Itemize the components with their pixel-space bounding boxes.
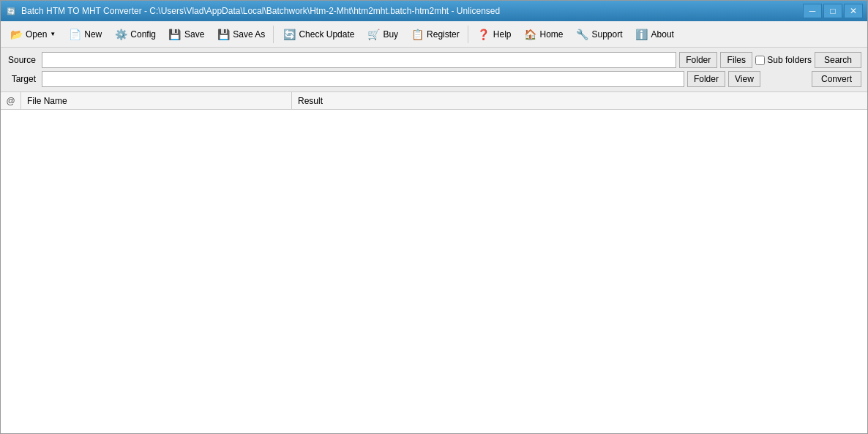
config-icon: ⚙️ bbox=[113, 27, 128, 42]
table-body bbox=[1, 110, 867, 433]
toolbar-separator-2 bbox=[468, 26, 468, 43]
maximize-button[interactable]: □ bbox=[823, 4, 842, 18]
saveas-icon: 💾 bbox=[216, 27, 231, 42]
new-icon: 📄 bbox=[67, 27, 82, 42]
register-button[interactable]: 📋 Register bbox=[405, 24, 465, 45]
convert-button[interactable]: Convert bbox=[812, 71, 861, 87]
col-icon-header: @ bbox=[1, 92, 21, 109]
open-dropdown-arrow: ▼ bbox=[50, 31, 56, 37]
subfolders-label: Sub folders bbox=[755, 55, 812, 65]
toolbar: 📂 Open ▼ 📄 New ⚙️ Config 💾 Save 💾 Save A… bbox=[1, 21, 867, 48]
home-label: Home bbox=[539, 29, 563, 40]
window-title: Batch HTM TO MHT Converter - C:\Users\Vl… bbox=[21, 6, 803, 16]
source-folder-button[interactable]: Folder bbox=[679, 52, 717, 68]
subfolders-checkbox[interactable] bbox=[755, 56, 765, 65]
open-button[interactable]: 📂 Open ▼ bbox=[4, 24, 61, 45]
home-button[interactable]: 🏠 Home bbox=[517, 24, 568, 45]
help-label: Help bbox=[493, 29, 512, 40]
register-label: Register bbox=[427, 29, 460, 40]
config-label: Config bbox=[130, 29, 156, 40]
buy-icon: 🛒 bbox=[366, 27, 381, 42]
about-label: About bbox=[651, 29, 674, 40]
source-input[interactable] bbox=[42, 52, 676, 68]
window-controls: ─ □ ✕ bbox=[803, 4, 863, 18]
support-icon: 🔧 bbox=[575, 27, 590, 42]
saveas-button[interactable]: 💾 Save As bbox=[211, 24, 270, 45]
checkupdate-label: Check Update bbox=[299, 29, 354, 40]
save-button[interactable]: 💾 Save bbox=[162, 24, 209, 45]
config-button[interactable]: ⚙️ Config bbox=[108, 24, 161, 45]
main-window: 🔄 Batch HTM TO MHT Converter - C:\Users\… bbox=[0, 0, 868, 434]
target-folder-button[interactable]: Folder bbox=[687, 71, 725, 87]
help-icon: ❓ bbox=[476, 27, 491, 42]
table-header: @ File Name Result bbox=[1, 92, 867, 110]
title-bar: 🔄 Batch HTM TO MHT Converter - C:\Users\… bbox=[1, 1, 867, 21]
help-button[interactable]: ❓ Help bbox=[471, 24, 517, 45]
support-label: Support bbox=[592, 29, 623, 40]
source-row: Source Folder Files Sub folders Search bbox=[7, 52, 861, 68]
save-icon: 💾 bbox=[168, 27, 182, 42]
checkupdate-icon: 🔄 bbox=[282, 27, 296, 42]
toolbar-separator-1 bbox=[273, 26, 274, 43]
target-input[interactable] bbox=[42, 71, 684, 87]
open-icon: 📂 bbox=[9, 27, 23, 42]
saveas-label: Save As bbox=[233, 29, 265, 40]
search-button[interactable]: Search bbox=[815, 52, 861, 68]
target-label: Target bbox=[7, 74, 39, 84]
buy-button[interactable]: 🛒 Buy bbox=[361, 24, 403, 45]
source-files-button[interactable]: Files bbox=[720, 52, 752, 68]
open-label: Open bbox=[26, 29, 47, 40]
new-button[interactable]: 📄 New bbox=[62, 24, 107, 45]
close-button[interactable]: ✕ bbox=[844, 4, 863, 18]
col-result-header: Result bbox=[292, 92, 867, 109]
window-icon: 🔄 bbox=[5, 5, 17, 17]
about-icon: ℹ️ bbox=[635, 27, 649, 42]
support-button[interactable]: 🔧 Support bbox=[570, 24, 628, 45]
form-area: Source Folder Files Sub folders Search T… bbox=[1, 48, 867, 92]
save-label: Save bbox=[184, 29, 204, 40]
home-icon: 🏠 bbox=[523, 27, 537, 42]
about-button[interactable]: ℹ️ About bbox=[629, 24, 679, 45]
buy-label: Buy bbox=[383, 29, 398, 40]
checkupdate-button[interactable]: 🔄 Check Update bbox=[277, 24, 359, 45]
col-filename-header: File Name bbox=[21, 92, 292, 109]
register-icon: 📋 bbox=[410, 27, 424, 42]
target-view-button[interactable]: View bbox=[728, 71, 760, 87]
content-area: @ File Name Result bbox=[1, 92, 867, 433]
minimize-button[interactable]: ─ bbox=[803, 4, 822, 18]
target-row: Target Folder View Convert bbox=[7, 71, 861, 87]
source-label: Source bbox=[7, 55, 39, 65]
new-label: New bbox=[84, 29, 102, 40]
